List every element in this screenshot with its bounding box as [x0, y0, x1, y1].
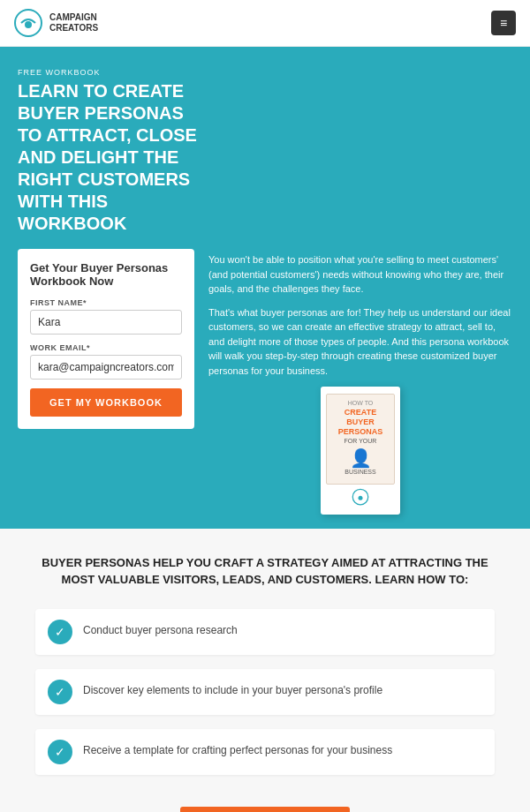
hero-title: LEARN TO CREATE BUYER PERSONAS TO ATTRAC…: [18, 80, 212, 235]
first-name-label: FIRST NAME*: [30, 298, 182, 307]
book-sub2: BUSINESS: [332, 469, 389, 475]
hero-desc1: You won't be able to position what you'r…: [208, 252, 512, 297]
svg-point-1: [25, 21, 32, 28]
check-icon-3: ✓: [48, 740, 72, 764]
book-how: HOW TO: [332, 400, 389, 406]
free-label: FREE WORKBOOK: [18, 68, 512, 77]
work-email-label: WORK EMAIL*: [30, 343, 182, 352]
hero-right: You won't be able to position what you'r…: [208, 249, 512, 515]
hero-section: FREE WORKBOOK LEARN TO CREATE BUYER PERS…: [0, 47, 530, 529]
feature-item-3: ✓ Receive a template for crafting perfec…: [35, 729, 495, 775]
hero-cta-button[interactable]: GET MY WORKBOOK: [30, 388, 182, 417]
hero-desc2: That's what buyer personas are for! They…: [208, 305, 512, 379]
feature-text-1: Conduct buyer persona research: [83, 620, 238, 638]
hero-left: Get Your Buyer Personas Workbook Now FIR…: [18, 249, 194, 443]
form-card: Get Your Buyer Personas Workbook Now FIR…: [18, 249, 194, 429]
work-email-input[interactable]: [30, 355, 182, 380]
form-card-title: Get Your Buyer Personas Workbook Now: [30, 261, 182, 288]
book-cover: HOW TO CREATE BUYER PERSONAS FOR YOUR 👤 …: [321, 387, 400, 515]
features-section: BUYER PERSONAS HELP YOU CRAFT A STRATEGY…: [0, 529, 530, 812]
book-sub: FOR YOUR: [332, 438, 389, 444]
feature-item-1: ✓ Conduct buyer persona research: [35, 609, 495, 655]
svg-point-3: [359, 496, 363, 500]
book-logo: [326, 488, 395, 508]
feature-item-2: ✓ Discover key elements to include in yo…: [35, 669, 495, 715]
header: CAMPAIGN CREATORS ≡: [0, 0, 530, 47]
features-cta-button[interactable]: GET MY WORKBOOK: [180, 807, 350, 812]
first-name-input[interactable]: [30, 310, 182, 335]
logo-text: CAMPAIGN CREATORS: [49, 12, 98, 34]
feature-text-2: Discover key elements to include in your…: [83, 680, 382, 698]
features-title: BUYER PERSONAS HELP YOU CRAFT A STRATEGY…: [35, 555, 495, 587]
check-icon-1: ✓: [48, 620, 72, 644]
logo-area: CAMPAIGN CREATORS: [14, 9, 98, 37]
menu-icon[interactable]: ≡: [491, 11, 516, 35]
book-title: CREATE BUYER PERSONAS: [332, 408, 389, 436]
check-icon-2: ✓: [48, 680, 72, 704]
feature-text-3: Receive a template for crafting perfect …: [83, 740, 392, 758]
hero-content: Get Your Buyer Personas Workbook Now FIR…: [18, 249, 512, 515]
book-cover-inner: HOW TO CREATE BUYER PERSONAS FOR YOUR 👤 …: [326, 394, 395, 485]
logo-icon: [14, 9, 42, 37]
